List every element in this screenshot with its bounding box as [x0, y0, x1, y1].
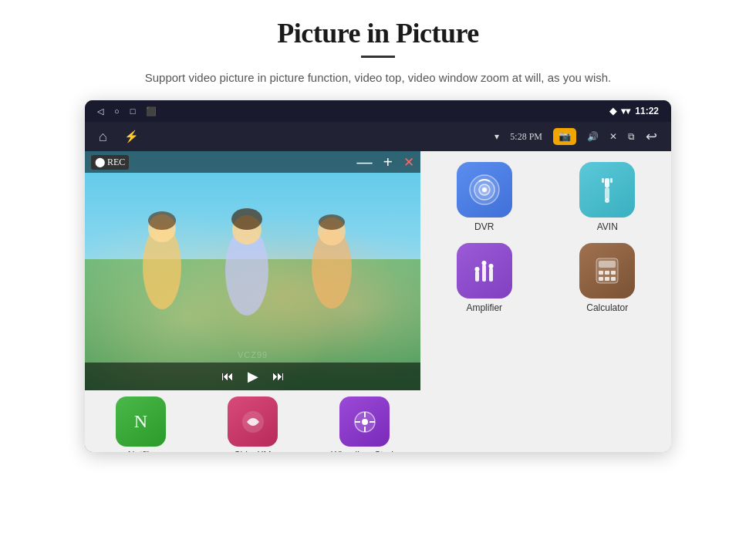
sirius-label: SiriusXM [234, 450, 271, 452]
svg-point-34 [362, 419, 368, 425]
recents-icon[interactable]: □ [130, 106, 136, 116]
svg-rect-29 [599, 277, 603, 281]
pip-minus-btn[interactable]: — [356, 153, 372, 171]
back-nav-icon[interactable]: ↩ [646, 128, 657, 145]
svg-rect-16 [605, 187, 609, 200]
svg-point-7 [231, 208, 262, 230]
pip-close-btn[interactable]: ✕ [403, 154, 414, 170]
pip-video-area[interactable]: ⬤ REC — + ✕ ⏮ ▶ ⏭ VCZ99 [85, 151, 420, 390]
netflix-icon-symbol: N [134, 411, 147, 432]
play-btn[interactable]: ▶ [248, 368, 258, 385]
app-avin[interactable]: AVIN [552, 162, 664, 232]
svg-point-12 [482, 187, 487, 192]
app-amplifier[interactable]: Amplifier [428, 243, 541, 313]
calculator-label: Calculator [586, 302, 628, 313]
netflix-icon-box: N [116, 396, 166, 447]
netflix-label: Netflix [128, 450, 154, 452]
nav-bar-left: ⌂ ⚡ [99, 129, 139, 145]
nav-time: 5:28 PM [510, 131, 542, 143]
app-netflix[interactable]: N Netflix [85, 396, 197, 452]
svg-rect-15 [610, 178, 613, 183]
back-icon[interactable]: ◁ [97, 106, 103, 116]
app-dvr[interactable]: DVR [428, 162, 541, 232]
close-pip-icon[interactable]: ✕ [609, 131, 617, 143]
avin-svg [592, 174, 623, 205]
svg-rect-30 [605, 277, 609, 281]
app-calculator[interactable]: Calculator [552, 243, 664, 313]
people-scene [100, 197, 409, 352]
svg-rect-27 [605, 271, 609, 275]
title-underline [361, 56, 395, 58]
amplifier-svg [469, 255, 500, 286]
status-time: 11:22 [635, 106, 659, 116]
svg-rect-20 [489, 268, 493, 282]
watermark: VCZ99 [238, 350, 268, 359]
status-bar-left: ◁ ○ □ ⬛ [97, 106, 157, 116]
pip-top-bar: ⬤ REC — + ✕ [85, 151, 420, 173]
dvr-icon-box [457, 162, 512, 218]
page-title: Picture in Picture [277, 17, 479, 49]
wifi-icon: ▾▾ [621, 106, 630, 116]
svg-rect-31 [611, 277, 616, 281]
wifi-status-icon: ▾ [494, 131, 499, 143]
pip-resize-icon[interactable]: ⧉ [628, 131, 635, 143]
pip-bottom-controls: ⏮ ▶ ⏭ [85, 363, 420, 390]
bottom-app-row: N Netflix SiriusXM [85, 392, 671, 452]
nav-bar-right: ▾ 5:28 PM 📷 🔊 ✕ ⧉ ↩ [494, 128, 657, 145]
svg-point-22 [481, 261, 486, 265]
dvr-svg [468, 174, 501, 206]
wheelkey-svg [351, 408, 379, 436]
device-frame: ◁ ○ □ ⬛ ◆ ▾▾ 11:22 ⌂ ⚡ ▾ 5:28 PM 📷 🔊 [85, 100, 671, 452]
avin-icon-box [579, 162, 635, 218]
usb-icon: ⚡ [124, 130, 139, 143]
main-content: ⬤ REC — + ✕ ⏮ ▶ ⏭ VCZ99 [85, 151, 671, 452]
svg-point-21 [474, 267, 479, 272]
dvr-label: DVR [474, 221, 494, 232]
camera-icon[interactable]: 📷 [553, 128, 576, 145]
calculator-svg [592, 255, 623, 286]
sirius-svg [239, 408, 267, 436]
next-btn[interactable]: ⏭ [272, 369, 285, 383]
amplifier-label: Amplifier [466, 302, 502, 313]
page-subtitle: Support video picture in picture functio… [145, 69, 611, 86]
app-wheelkey[interactable]: Wheelkey Study [309, 396, 420, 452]
status-bar-right: ◆ ▾▾ 11:22 [609, 106, 659, 116]
wheelkey-label: Wheelkey Study [331, 450, 398, 452]
svg-point-6 [148, 211, 176, 230]
svg-point-23 [488, 264, 493, 268]
home-icon[interactable]: ○ [114, 106, 120, 116]
svg-rect-28 [611, 271, 616, 275]
media-icon[interactable]: ⬛ [146, 106, 157, 116]
calculator-icon-box [579, 243, 635, 299]
app-siriusxm[interactable]: SiriusXM [197, 396, 309, 452]
svg-point-17 [605, 198, 609, 203]
wheelkey-icon-box [339, 396, 390, 447]
location-icon: ◆ [609, 106, 616, 116]
amplifier-icon-box [457, 243, 512, 299]
sirius-icon-box [228, 396, 278, 447]
nav-bar: ⌂ ⚡ ▾ 5:28 PM 📷 🔊 ✕ ⧉ ↩ [85, 122, 671, 151]
svg-point-8 [319, 214, 345, 230]
page-wrapper: Picture in Picture Support video picture… [0, 0, 756, 452]
pip-plus-btn[interactable]: + [383, 152, 393, 172]
svg-rect-13 [605, 178, 609, 187]
prev-btn[interactable]: ⏮ [221, 369, 234, 383]
home-nav-icon[interactable]: ⌂ [99, 129, 107, 145]
svg-rect-14 [602, 178, 604, 183]
volume-icon[interactable]: 🔊 [587, 131, 599, 143]
svg-rect-25 [599, 261, 616, 268]
pip-record-icon: ⬤ REC [91, 155, 129, 170]
svg-rect-26 [599, 271, 603, 275]
pip-controls-top: — + ✕ [356, 152, 414, 172]
svg-rect-19 [482, 265, 486, 282]
status-bar: ◁ ○ □ ⬛ ◆ ▾▾ 11:22 [85, 100, 671, 122]
svg-rect-18 [475, 271, 479, 282]
avin-label: AVIN [597, 221, 618, 232]
